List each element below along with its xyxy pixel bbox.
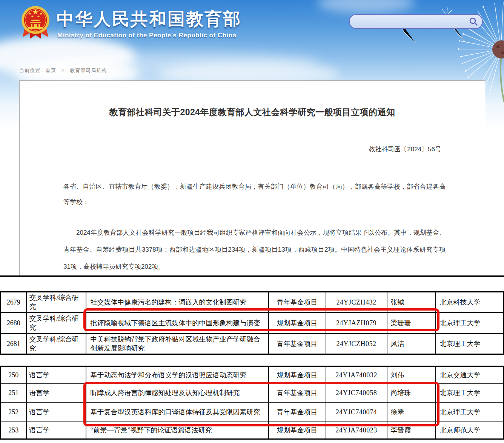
breadcrumb: 当前位置：首页>教育部司局机构	[19, 67, 107, 74]
cell-university: 北京理工大学	[435, 384, 504, 402]
cell-fund-type: 规划基金项目	[269, 366, 326, 384]
section-divider	[0, 275, 504, 277]
notice-document-panel: 教育部社科司关于2024年度教育部人文社会科学研究一般项目立项的通知 教社科司函…	[19, 80, 485, 275]
search-bar[interactable]	[349, 14, 483, 29]
document-body-paragraph: 2024年度教育部人文社会科学研究一般项目经我司组织专家严格评审和面向社会公示，…	[63, 224, 446, 275]
cell-university: 北京交通大学	[435, 366, 504, 384]
cell-discipline: 交叉学科/综合研究	[26, 312, 86, 334]
breadcrumb-label: 当前位置：	[19, 68, 46, 73]
cell-serial: 2681	[1, 334, 26, 354]
cell-serial: 250	[1, 366, 26, 384]
search-icon[interactable]	[469, 17, 478, 26]
breadcrumb-home-link[interactable]: 首页	[46, 68, 56, 73]
cell-project-title: 中美科技脱钩背景下政府补贴对区域生物产业产学研融合创新发展影响研究	[86, 334, 269, 354]
cell-discipline: 交叉学科/综合研究	[26, 334, 86, 354]
site-subtitle: Ministry of Education of the People's Re…	[57, 32, 237, 39]
cell-serial: 253	[1, 422, 26, 439]
document-title: 教育部社科司关于2024年度教育部人文社会科学研究一般项目立项的通知	[20, 106, 485, 118]
breadcrumb-separator: >	[61, 68, 65, 73]
cell-discipline: 语言学	[26, 422, 86, 439]
cell-university: 北京理工大学	[435, 312, 504, 334]
cell-discipline: 交叉学科/综合研究	[26, 292, 86, 313]
breadcrumb-current-link[interactable]: 教育部司局机构	[70, 68, 107, 73]
cell-project-code: 24YJA740032	[326, 366, 387, 384]
cell-pi-name: 凤洁	[387, 334, 435, 354]
table-row: 2681 交叉学科/综合研究 中美科技脱钩背景下政府补贴对区域生物产业产学研融合…	[1, 334, 504, 354]
cell-pi-name: 刘伟	[387, 366, 435, 384]
cell-discipline: 语言学	[26, 402, 86, 422]
cell-serial: 252	[1, 402, 26, 422]
search-input[interactable]	[356, 15, 467, 28]
cell-serial: 2679	[1, 292, 26, 313]
site-title: 中华人民共和国教育部	[57, 8, 321, 31]
cell-fund-type: 青年基金项目	[269, 334, 326, 354]
highlight-box-row-2680	[83, 308, 439, 331]
cell-university: 北京师范大学	[435, 422, 504, 439]
cell-university: 北京科技大学	[435, 292, 504, 313]
document-salutation: 各省、自治区、直辖市教育厅（教委），新疆生产建设兵团教育局，有关部门（单位）教育…	[63, 179, 446, 210]
cell-university: 北京理工大学	[435, 402, 504, 422]
table-row: 250 语言学 基于动态句法学和分布语义学的汉语照应语动态研究 规划基金项目 2…	[1, 366, 504, 384]
cell-serial: 2680	[1, 312, 26, 334]
cloud-decoration	[317, 0, 415, 13]
cell-university: 北京理工大学	[435, 334, 504, 354]
cell-discipline: 语言学	[26, 366, 86, 384]
cell-discipline: 语言学	[26, 384, 86, 402]
cell-project-code: 24YJCZH052	[326, 334, 387, 354]
highlight-box-rows-251-252	[83, 382, 439, 426]
document-number: 教社科司函〔2024〕56号	[369, 145, 441, 154]
national-emblem-logo	[20, 5, 51, 40]
cell-project-title: 基于动态句法学和分布语义学的汉语照应语动态研究	[86, 366, 269, 384]
cell-serial: 251	[1, 384, 26, 402]
